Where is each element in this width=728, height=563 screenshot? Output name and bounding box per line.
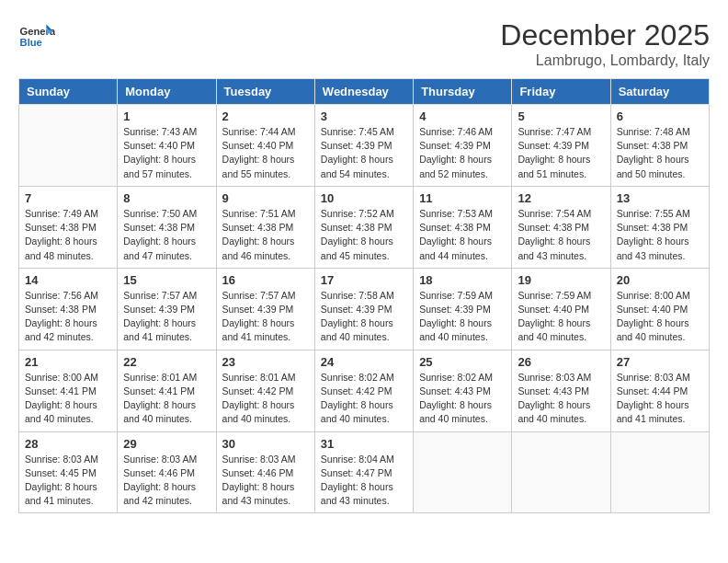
calendar-cell: 17Sunrise: 7:58 AMSunset: 4:39 PMDayligh… <box>314 268 413 350</box>
day-number: 15 <box>123 273 210 287</box>
day-info: Sunrise: 8:02 AMSunset: 4:42 PMDaylight:… <box>321 371 407 427</box>
column-header-tuesday: Tuesday <box>216 79 314 105</box>
day-info: Sunrise: 7:44 AMSunset: 4:40 PMDaylight:… <box>222 125 309 181</box>
calendar-cell: 5Sunrise: 7:47 AMSunset: 4:39 PMDaylight… <box>512 105 610 187</box>
calendar-cell: 30Sunrise: 8:03 AMSunset: 4:46 PMDayligh… <box>216 431 314 513</box>
calendar-cell: 29Sunrise: 8:03 AMSunset: 4:46 PMDayligh… <box>118 431 216 513</box>
day-number: 21 <box>25 355 111 369</box>
day-info: Sunrise: 7:51 AMSunset: 4:38 PMDaylight:… <box>222 207 309 263</box>
day-info: Sunrise: 8:02 AMSunset: 4:43 PMDaylight:… <box>419 371 506 427</box>
column-header-wednesday: Wednesday <box>314 79 413 105</box>
location: Lambrugo, Lombardy, Italy <box>500 52 710 69</box>
day-number: 28 <box>25 437 111 451</box>
column-header-thursday: Thursday <box>414 79 512 105</box>
day-info: Sunrise: 7:55 AMSunset: 4:38 PMDaylight:… <box>617 207 703 263</box>
day-info: Sunrise: 7:48 AMSunset: 4:38 PMDaylight:… <box>617 125 703 181</box>
day-info: Sunrise: 8:03 AMSunset: 4:46 PMDaylight:… <box>123 453 210 509</box>
calendar-cell: 22Sunrise: 8:01 AMSunset: 4:41 PMDayligh… <box>118 350 216 431</box>
day-number: 17 <box>321 273 407 287</box>
calendar-cell: 25Sunrise: 8:02 AMSunset: 4:43 PMDayligh… <box>414 350 512 431</box>
day-info: Sunrise: 7:49 AMSunset: 4:38 PMDaylight:… <box>25 207 111 263</box>
day-number: 31 <box>321 437 407 451</box>
day-info: Sunrise: 8:00 AMSunset: 4:40 PMDaylight:… <box>617 289 703 345</box>
calendar-cell: 28Sunrise: 8:03 AMSunset: 4:45 PMDayligh… <box>19 431 118 513</box>
day-number: 13 <box>617 191 703 205</box>
calendar-cell <box>512 431 610 513</box>
day-number: 30 <box>222 437 309 451</box>
calendar-cell: 26Sunrise: 8:03 AMSunset: 4:43 PMDayligh… <box>512 350 610 431</box>
calendar-cell: 21Sunrise: 8:00 AMSunset: 4:41 PMDayligh… <box>19 350 118 431</box>
calendar-cell: 23Sunrise: 8:01 AMSunset: 4:42 PMDayligh… <box>216 350 314 431</box>
calendar-cell <box>610 431 709 513</box>
day-info: Sunrise: 7:53 AMSunset: 4:38 PMDaylight:… <box>419 207 506 263</box>
day-info: Sunrise: 7:45 AMSunset: 4:39 PMDaylight:… <box>321 125 407 181</box>
day-number: 4 <box>419 109 506 123</box>
day-info: Sunrise: 7:52 AMSunset: 4:38 PMDaylight:… <box>321 207 407 263</box>
day-info: Sunrise: 8:03 AMSunset: 4:45 PMDaylight:… <box>25 453 111 509</box>
calendar-week-3: 14Sunrise: 7:56 AMSunset: 4:38 PMDayligh… <box>19 268 710 350</box>
day-info: Sunrise: 7:58 AMSunset: 4:39 PMDaylight:… <box>321 289 407 345</box>
calendar-cell: 19Sunrise: 7:59 AMSunset: 4:40 PMDayligh… <box>512 268 610 350</box>
calendar-week-4: 21Sunrise: 8:00 AMSunset: 4:41 PMDayligh… <box>19 350 710 431</box>
calendar-cell: 8Sunrise: 7:50 AMSunset: 4:38 PMDaylight… <box>118 186 216 268</box>
day-number: 24 <box>321 355 407 369</box>
svg-text:Blue: Blue <box>20 37 42 48</box>
calendar-cell: 16Sunrise: 7:57 AMSunset: 4:39 PMDayligh… <box>216 268 314 350</box>
calendar-cell: 20Sunrise: 8:00 AMSunset: 4:40 PMDayligh… <box>610 268 709 350</box>
day-number: 1 <box>123 109 210 123</box>
day-number: 29 <box>123 437 210 451</box>
day-info: Sunrise: 7:43 AMSunset: 4:40 PMDaylight:… <box>123 125 210 181</box>
day-number: 2 <box>222 109 309 123</box>
day-number: 18 <box>419 273 506 287</box>
calendar-cell: 11Sunrise: 7:53 AMSunset: 4:38 PMDayligh… <box>414 186 512 268</box>
logo: General Blue <box>18 18 59 55</box>
calendar-cell: 2Sunrise: 7:44 AMSunset: 4:40 PMDaylight… <box>216 105 314 187</box>
calendar-cell: 10Sunrise: 7:52 AMSunset: 4:38 PMDayligh… <box>314 186 413 268</box>
calendar-cell: 4Sunrise: 7:46 AMSunset: 4:39 PMDaylight… <box>414 105 512 187</box>
day-info: Sunrise: 7:59 AMSunset: 4:39 PMDaylight:… <box>419 289 506 345</box>
day-number: 8 <box>123 191 210 205</box>
column-header-sunday: Sunday <box>19 79 118 105</box>
calendar-cell: 18Sunrise: 7:59 AMSunset: 4:39 PMDayligh… <box>414 268 512 350</box>
day-number: 5 <box>518 109 604 123</box>
day-info: Sunrise: 8:01 AMSunset: 4:42 PMDaylight:… <box>222 371 309 427</box>
page-header: General Blue December 2025 Lambrugo, Lom… <box>18 18 710 69</box>
day-number: 9 <box>222 191 309 205</box>
calendar-week-5: 28Sunrise: 8:03 AMSunset: 4:45 PMDayligh… <box>19 431 710 513</box>
day-number: 20 <box>617 273 703 287</box>
calendar-week-2: 7Sunrise: 7:49 AMSunset: 4:38 PMDaylight… <box>19 186 710 268</box>
column-header-friday: Friday <box>512 79 610 105</box>
calendar-cell: 14Sunrise: 7:56 AMSunset: 4:38 PMDayligh… <box>19 268 118 350</box>
day-info: Sunrise: 7:50 AMSunset: 4:38 PMDaylight:… <box>123 207 210 263</box>
day-number: 12 <box>518 191 604 205</box>
day-info: Sunrise: 8:03 AMSunset: 4:46 PMDaylight:… <box>222 453 309 509</box>
calendar-cell: 13Sunrise: 7:55 AMSunset: 4:38 PMDayligh… <box>610 186 709 268</box>
calendar-cell: 1Sunrise: 7:43 AMSunset: 4:40 PMDaylight… <box>118 105 216 187</box>
day-number: 25 <box>419 355 506 369</box>
title-area: December 2025 Lambrugo, Lombardy, Italy <box>500 18 710 69</box>
calendar-cell: 3Sunrise: 7:45 AMSunset: 4:39 PMDaylight… <box>314 105 413 187</box>
calendar-cell: 6Sunrise: 7:48 AMSunset: 4:38 PMDaylight… <box>610 105 709 187</box>
day-info: Sunrise: 7:54 AMSunset: 4:38 PMDaylight:… <box>518 207 604 263</box>
day-number: 11 <box>419 191 506 205</box>
calendar-table: SundayMondayTuesdayWednesdayThursdayFrid… <box>18 78 710 513</box>
calendar-cell <box>414 431 512 513</box>
day-info: Sunrise: 8:04 AMSunset: 4:47 PMDaylight:… <box>321 453 407 509</box>
calendar-cell: 12Sunrise: 7:54 AMSunset: 4:38 PMDayligh… <box>512 186 610 268</box>
column-header-saturday: Saturday <box>610 79 709 105</box>
day-number: 10 <box>321 191 407 205</box>
day-info: Sunrise: 7:59 AMSunset: 4:40 PMDaylight:… <box>518 289 604 345</box>
day-number: 26 <box>518 355 604 369</box>
calendar-cell: 24Sunrise: 8:02 AMSunset: 4:42 PMDayligh… <box>314 350 413 431</box>
logo-icon: General Blue <box>18 18 55 55</box>
calendar-header-row: SundayMondayTuesdayWednesdayThursdayFrid… <box>19 79 710 105</box>
day-number: 19 <box>518 273 604 287</box>
day-number: 22 <box>123 355 210 369</box>
day-info: Sunrise: 7:47 AMSunset: 4:39 PMDaylight:… <box>518 125 604 181</box>
calendar-cell: 31Sunrise: 8:04 AMSunset: 4:47 PMDayligh… <box>314 431 413 513</box>
column-header-monday: Monday <box>118 79 216 105</box>
day-info: Sunrise: 8:03 AMSunset: 4:44 PMDaylight:… <box>617 371 703 427</box>
day-info: Sunrise: 7:46 AMSunset: 4:39 PMDaylight:… <box>419 125 506 181</box>
day-number: 14 <box>25 273 111 287</box>
day-info: Sunrise: 8:03 AMSunset: 4:43 PMDaylight:… <box>518 371 604 427</box>
